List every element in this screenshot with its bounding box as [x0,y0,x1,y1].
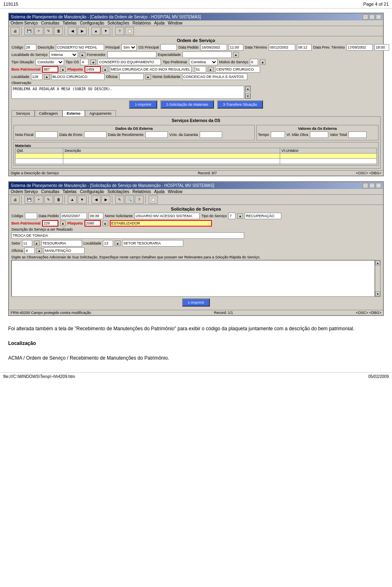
input-vl-mao-obra[interactable] [310,131,328,138]
menu-relatorios[interactable]: Relatórios [132,21,151,25]
input2-setor-desc[interactable] [41,240,82,247]
input-valor-total[interactable] [348,131,367,138]
toolbar2-btn-9[interactable]: ▶ [101,196,110,204]
toolbar2-btn-5[interactable]: 🗑 [54,196,63,204]
input-plaqueta[interactable] [85,66,101,73]
input-especialidade[interactable] [183,51,232,58]
input2-oficina-desc[interactable] [44,247,85,254]
btn-oficina-plus[interactable]: ▲ [145,74,151,80]
toolbar2-btn-13[interactable]: 📋 [149,196,158,204]
tab-servicos[interactable]: Serviços [11,110,35,116]
toolbar-btn-1[interactable]: 🖨 [11,27,20,35]
input2-bem-patrimonial[interactable] [42,220,58,227]
tab-calibragem[interactable]: Calibragem [35,110,62,116]
dialog1-minimize-btn[interactable]: _ [363,14,368,20]
toolbar2-btn-12[interactable]: ? [135,196,144,204]
input2-nome-solicitante[interactable] [134,213,200,219]
btn-transfere-situacao[interactable]: 3-Transfere Situação [217,100,263,109]
toolbar2-btn-1[interactable]: 🖨 [11,196,20,204]
toolbar-btn-4[interactable]: ✎ [44,27,53,35]
btn2-setor-plus[interactable]: ▲ [34,240,40,246]
input2-setor[interactable] [22,240,32,247]
toolbar-btn-3[interactable]: + [34,27,43,35]
input2-oficina[interactable] [24,247,35,254]
input-data-recebimento[interactable] [145,131,168,138]
dialog2-close-btn[interactable]: ✕ [376,183,381,188]
scroll-up-arrow[interactable]: ▲ [245,86,250,91]
toolbar-btn-6[interactable]: ◀ [68,27,77,35]
input-os-principal[interactable] [160,44,177,51]
menu-ajuda[interactable]: Ajuda [154,21,165,25]
menu-window[interactable]: Window [168,21,183,25]
btn-motivo-plus[interactable]: ▲ [260,59,265,65]
input-data-termino-time[interactable] [297,44,312,51]
toolbar2-btn-11[interactable]: 🔍 [125,196,134,204]
input2-data-pedido[interactable] [60,213,87,219]
input-setor-desc[interactable] [215,66,260,73]
input-setor[interactable] [195,66,206,73]
input2-localidade-desc[interactable] [122,240,183,247]
toolbar-btn-11[interactable]: 📋 [125,27,134,35]
btn2-oficina-plus[interactable]: ▲ [36,248,42,253]
btn2-imprimir[interactable]: 1-Imprimir [182,298,210,307]
input-localidade-num[interactable] [31,73,42,80]
btn2-tipo-servico-plus[interactable]: ▲ [237,213,243,219]
menu2-tabelas[interactable]: Tabelas [62,189,76,194]
menu2-ajuda[interactable]: Ajuda [154,189,165,194]
input-tipo-os-desc[interactable] [98,59,161,65]
input-data-envio[interactable] [84,131,107,138]
tab-agrupamento[interactable]: Agrupamento [85,110,116,116]
input2-codigo[interactable] [25,213,37,219]
input-oficina[interactable] [119,73,144,80]
select-principal[interactable]: Sim [121,44,137,51]
menu2-ordem-servico[interactable]: Ordem Serviço [11,189,38,194]
input-plaqueta-desc[interactable] [110,66,192,73]
menu2-configuracao[interactable]: Configuração [80,189,104,194]
btn-bem-patrimonial-plus[interactable]: ▲ [60,67,66,72]
toolbar-btn-8[interactable]: ▲ [91,27,100,35]
input2-plaqueta-desc[interactable] [110,220,212,227]
menu-ordem-servico[interactable]: Ordem Serviço [11,21,38,25]
menu-configuracao[interactable]: Configuração [80,21,104,25]
input2-tipo-servico[interactable] [228,213,236,219]
input-descricao[interactable] [56,44,104,51]
btn2-bem-patrimonial-plus[interactable]: ▲ [60,220,66,226]
btn2-plaqueta-plus[interactable]: ▲ [102,220,108,226]
input2-localidade[interactable] [103,240,113,247]
menu2-solicitacoes[interactable]: Solicitações [107,189,129,194]
toolbar-btn-2[interactable]: 💾 [24,27,33,35]
input-localidade-desc[interactable] [51,73,105,80]
input-fornecedor[interactable] [107,51,156,58]
input-motivo[interactable] [250,59,258,65]
input-vcto-garantia[interactable] [200,131,222,138]
dialog2-restore-btn[interactable]: ▪ [369,183,375,188]
input-data-prev[interactable] [346,44,373,51]
input2-descricao-servico[interactable] [11,232,244,239]
textarea-observacao[interactable]: PROBLEMA AO PEDALAR A MESA (SUBIR OU DES… [11,86,244,99]
dialog1-close-btn[interactable]: ✕ [376,14,381,20]
input-data-pedido[interactable] [200,44,227,51]
scroll2-down-arrow[interactable]: ▼ [375,291,380,296]
input-tipo-os[interactable] [80,59,89,65]
btn-localidade-num-plus[interactable]: ▲ [44,74,50,80]
menu2-consultas[interactable]: Consultas [41,189,59,194]
select-tipo-situacao[interactable]: Concluído [36,59,64,65]
tab-externo[interactable]: Externo [62,110,85,116]
input-nota-fiscal[interactable] [35,131,58,138]
input-bem-patrimonial[interactable] [42,66,58,73]
toolbar2-btn-4[interactable]: ✎ [44,196,53,204]
toolbar2-btn-2[interactable]: 💾 [24,196,33,204]
btn-localidade-plus[interactable]: ▲ [80,52,85,58]
input2-tipo-servico-desc[interactable] [245,213,281,219]
dialog1-restore-btn[interactable]: ▪ [369,14,375,20]
btn2-localidade-plus[interactable]: ▲ [115,240,120,246]
input-data-prev-time[interactable] [374,44,389,51]
menu-solicitacoes[interactable]: Solicitações [107,21,129,25]
scroll2-up-arrow[interactable]: ▲ [375,260,380,265]
select-localidade-servico[interactable]: Interna [49,51,78,58]
toolbar2-btn-3[interactable]: + [34,196,43,204]
input-tempo[interactable] [271,131,285,138]
input-codigo[interactable] [25,44,36,51]
scroll-down-arrow[interactable]: ▼ [245,93,250,98]
toolbar-btn-9[interactable]: ▼ [101,27,110,35]
